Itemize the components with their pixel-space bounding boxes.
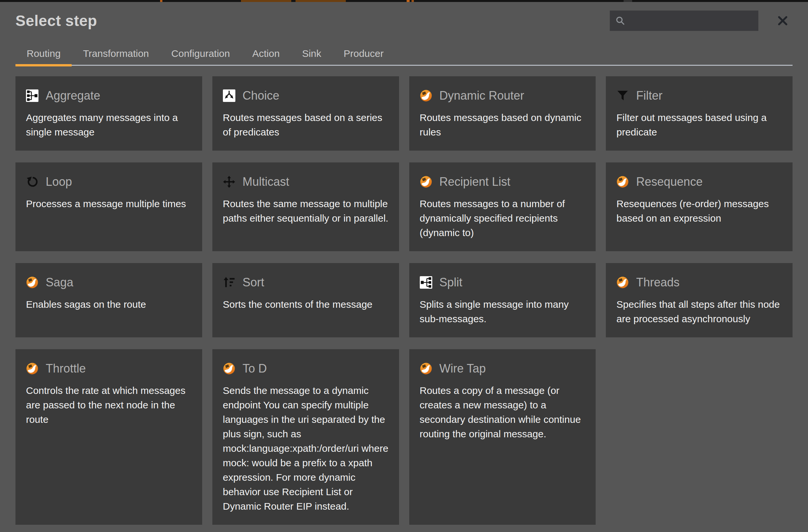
loop-icon bbox=[26, 176, 38, 188]
step-card-description: Routes messages based on a series of pre… bbox=[223, 110, 388, 140]
step-card-recipient-list[interactable]: Recipient List Routes messages to a numb… bbox=[409, 162, 596, 251]
step-card-filter[interactable]: Filter Filter out messages based using a… bbox=[606, 76, 792, 151]
search-input[interactable] bbox=[626, 11, 758, 31]
step-card-title: To D bbox=[243, 362, 267, 375]
camel-logo-icon bbox=[420, 89, 432, 102]
camel-logo-icon bbox=[617, 176, 629, 188]
step-card-header: Sort bbox=[223, 276, 388, 289]
modal-header: Select step bbox=[16, 2, 792, 31]
step-card-description: Routes messages to a number of dynamical… bbox=[420, 197, 585, 240]
split-icon bbox=[420, 276, 432, 289]
aggregate-icon bbox=[26, 89, 38, 102]
step-card-title: Recipient List bbox=[440, 175, 511, 189]
step-card-header: Filter bbox=[617, 89, 782, 103]
select-step-modal: Select step RoutingTransformationConfigu… bbox=[0, 2, 808, 532]
camel-logo-icon bbox=[420, 362, 432, 375]
step-card-title: Multicast bbox=[243, 175, 289, 189]
choice-icon bbox=[223, 89, 235, 102]
multicast-icon bbox=[223, 176, 235, 188]
step-card-description: Resequences (re-order) messages based on… bbox=[617, 197, 782, 225]
step-card-header: Recipient List bbox=[420, 175, 585, 189]
tab-routing[interactable]: Routing bbox=[16, 45, 72, 67]
camel-logo-icon bbox=[420, 176, 432, 188]
step-card-header: Choice bbox=[223, 89, 388, 103]
tab-sink[interactable]: Sink bbox=[291, 45, 332, 67]
page-title: Select step bbox=[16, 12, 97, 30]
step-card-header: Loop bbox=[26, 175, 191, 189]
camel-logo-icon bbox=[26, 276, 38, 289]
step-card-sort[interactable]: Sort Sorts the contents of the message bbox=[213, 263, 399, 337]
step-card-header: Throttle bbox=[26, 362, 191, 375]
step-card-description: Enables sagas on the route bbox=[26, 297, 191, 312]
close-icon bbox=[776, 15, 789, 27]
step-card-header: Saga bbox=[26, 276, 191, 289]
step-card-description: Routes the same message to multiple path… bbox=[223, 197, 388, 225]
step-card-to-d[interactable]: To D Sends the message to a dynamic endp… bbox=[213, 349, 399, 525]
category-tabs: RoutingTransformationConfigurationAction… bbox=[16, 45, 792, 67]
step-card-title: Filter bbox=[636, 89, 662, 103]
step-card-choice[interactable]: Choice Routes messages based on a series… bbox=[213, 76, 399, 151]
step-card-multicast[interactable]: Multicast Routes the same message to mul… bbox=[213, 162, 399, 251]
step-card-description: Specifies that all steps after this node… bbox=[617, 297, 782, 326]
step-card-header: Resequence bbox=[617, 175, 782, 189]
step-card-title: Throttle bbox=[46, 362, 86, 375]
step-card-throttle[interactable]: Throttle Controls the rate at which mess… bbox=[16, 349, 202, 525]
step-card-saga[interactable]: Saga Enables sagas on the route bbox=[16, 263, 202, 337]
step-card-threads[interactable]: Threads Specifies that all steps after t… bbox=[606, 263, 792, 337]
step-card-header: To D bbox=[223, 362, 388, 375]
step-card-loop[interactable]: Loop Processes a message multiple times bbox=[16, 162, 202, 251]
step-card-dynamic-router[interactable]: Dynamic Router Routes messages based on … bbox=[409, 76, 596, 151]
step-card-wire-tap[interactable]: Wire Tap Routes a copy of a message (or … bbox=[409, 349, 596, 525]
step-card-split[interactable]: Split Splits a single message into many … bbox=[409, 263, 596, 337]
step-card-title: Threads bbox=[636, 276, 679, 289]
step-card-header: Dynamic Router bbox=[420, 89, 585, 103]
step-card-title: Aggregate bbox=[46, 89, 100, 103]
tab-producer[interactable]: Producer bbox=[332, 45, 395, 67]
camel-logo-icon bbox=[26, 362, 38, 375]
step-card-aggregate[interactable]: Aggregate Aggregates many messages into … bbox=[16, 76, 202, 151]
step-card-header: Threads bbox=[617, 276, 782, 289]
tab-transformation[interactable]: Transformation bbox=[72, 45, 160, 67]
header-controls bbox=[610, 11, 792, 31]
search-icon bbox=[615, 16, 626, 26]
step-card-description: Sorts the contents of the message bbox=[223, 297, 388, 312]
camel-logo-icon bbox=[223, 362, 235, 375]
sort-icon bbox=[223, 276, 235, 289]
step-card-description: Routes messages based on dynamic rules bbox=[420, 110, 585, 140]
step-card-header: Split bbox=[420, 276, 585, 289]
step-card-title: Saga bbox=[46, 276, 73, 289]
filter-icon bbox=[617, 89, 629, 102]
close-button[interactable] bbox=[775, 14, 790, 28]
step-card-description: Routes a copy of a message (or creates a… bbox=[420, 383, 585, 441]
step-card-header: Aggregate bbox=[26, 89, 191, 103]
step-card-description: Splits a single message into many sub-me… bbox=[420, 297, 585, 326]
step-card-grid: Aggregate Aggregates many messages into … bbox=[16, 76, 792, 525]
camel-logo-icon bbox=[617, 276, 629, 289]
step-card-description: Aggregates many messages into a single m… bbox=[26, 110, 191, 140]
step-card-description: Sends the message to a dynamic endpoint … bbox=[223, 383, 388, 514]
step-card-title: Split bbox=[440, 276, 462, 289]
step-card-header: Multicast bbox=[223, 175, 388, 189]
step-card-title: Sort bbox=[243, 276, 264, 289]
step-card-title: Resequence bbox=[636, 175, 702, 189]
step-card-title: Choice bbox=[243, 89, 279, 103]
search-box[interactable] bbox=[610, 11, 758, 31]
step-card-title: Wire Tap bbox=[440, 362, 486, 375]
step-card-title: Loop bbox=[46, 175, 72, 189]
step-card-description: Controls the rate at which messages are … bbox=[26, 383, 191, 427]
step-card-resequence[interactable]: Resequence Resequences (re-order) messag… bbox=[606, 162, 792, 251]
step-card-description: Processes a message multiple times bbox=[26, 197, 191, 211]
tab-configuration[interactable]: Configuration bbox=[160, 45, 241, 67]
step-card-header: Wire Tap bbox=[420, 362, 585, 375]
tab-action[interactable]: Action bbox=[241, 45, 291, 67]
step-card-title: Dynamic Router bbox=[440, 89, 524, 103]
step-card-description: Filter out messages based using a predic… bbox=[617, 110, 782, 140]
